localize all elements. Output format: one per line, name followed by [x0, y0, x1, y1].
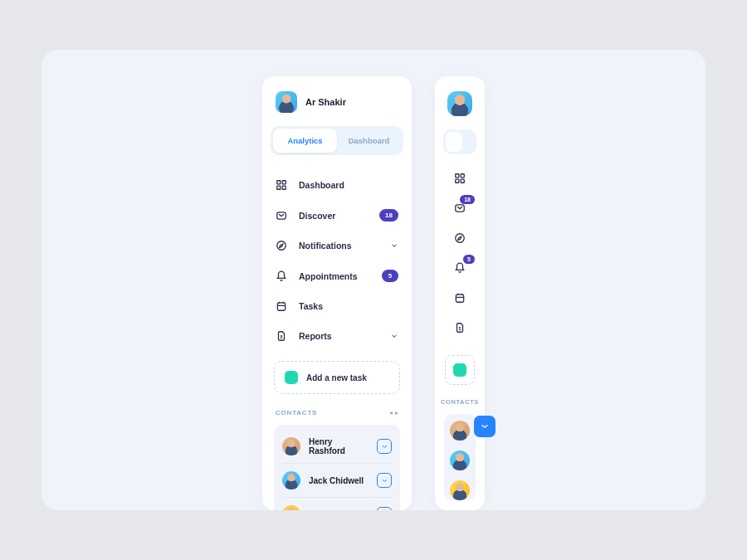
- add-task-icon: [285, 371, 298, 384]
- svg-rect-13: [456, 295, 463, 302]
- profile[interactable]: Ar Shakir: [262, 91, 412, 126]
- svg-rect-3: [282, 186, 286, 189]
- chevron-left-icon: ◂: [389, 409, 393, 416]
- grid-icon: [454, 173, 466, 184]
- contact-item[interactable]: Henry Rashford: [282, 430, 392, 464]
- document-icon: [276, 330, 287, 342]
- contact-message-button[interactable]: [377, 473, 392, 488]
- svg-rect-8: [461, 174, 464, 178]
- contacts-list: [444, 414, 476, 500]
- nav-tasks[interactable]: [454, 292, 466, 304]
- mail-icon: [480, 421, 490, 431]
- canvas: Ar Shakir Analytics Dashboard Dashboard …: [42, 50, 706, 510]
- tab-dashboard[interactable]: Dashboard: [337, 129, 401, 153]
- contacts-pager[interactable]: ◂ ▸: [389, 409, 398, 416]
- nav-discover[interactable]: Discover 18: [276, 200, 398, 231]
- chevron-down-icon: [390, 332, 398, 340]
- contact-item[interactable]: Jack Chidwell: [282, 464, 392, 498]
- nav-reports[interactable]: [454, 322, 466, 334]
- nav-label: Discover: [299, 211, 368, 221]
- nav-dashboard[interactable]: [454, 173, 466, 184]
- bell-icon: [276, 270, 287, 282]
- avatar: [447, 91, 472, 116]
- nav-label: Tasks: [299, 301, 398, 311]
- tab-analytics[interactable]: Analytics: [273, 129, 337, 153]
- add-task-label: Add a new task: [306, 373, 367, 382]
- compass-icon: [454, 232, 466, 244]
- discover-badge: 18: [379, 209, 398, 222]
- nav-label: Dashboard: [299, 180, 398, 190]
- contact-message-button[interactable]: [377, 507, 392, 510]
- contact-avatar: [282, 505, 300, 510]
- calendar-icon: [454, 292, 466, 304]
- nav-appointments[interactable]: 5: [454, 262, 466, 274]
- sidebar-collapsed: 18 5 CONTACTS: [435, 76, 485, 510]
- document-icon: [454, 322, 466, 334]
- svg-rect-6: [277, 303, 285, 310]
- nav-tasks[interactable]: Tasks: [276, 291, 398, 321]
- svg-rect-10: [461, 179, 464, 183]
- nav-reports[interactable]: Reports: [276, 321, 398, 351]
- contact-avatar[interactable]: [450, 450, 470, 470]
- contact-name: Marie Jones: [309, 510, 369, 511]
- inbox-icon: [276, 210, 287, 222]
- nav-label: Notifications: [299, 241, 378, 251]
- nav-label: Reports: [299, 331, 378, 341]
- bell-icon: [454, 262, 466, 274]
- profile[interactable]: [435, 91, 485, 129]
- inbox-icon: [454, 202, 466, 214]
- nav: 18 5: [435, 169, 485, 342]
- contact-avatar[interactable]: [450, 480, 470, 500]
- nav-appointments[interactable]: Appointments 5: [276, 261, 398, 291]
- tabs: Analytics Dashboard: [271, 126, 403, 155]
- contact-avatar: [450, 421, 470, 441]
- contact-name: Henry Rashford: [309, 437, 369, 455]
- contact-avatar: [282, 471, 300, 489]
- contacts-title: CONTACTS: [435, 398, 485, 414]
- nav-dashboard[interactable]: Dashboard: [276, 170, 398, 200]
- contact-message-button[interactable]: [377, 439, 392, 454]
- add-task-button[interactable]: Add a new task: [274, 361, 400, 394]
- svg-point-12: [456, 234, 465, 243]
- appointments-badge: 5: [382, 270, 398, 282]
- contact-message-button[interactable]: [474, 416, 496, 437]
- contact-name: Jack Chidwell: [309, 476, 369, 485]
- nav-notifications[interactable]: [454, 232, 466, 244]
- tabs-collapsed[interactable]: [443, 129, 476, 154]
- nav-discover[interactable]: 18: [454, 202, 466, 214]
- tab-active-indicator: [446, 132, 462, 152]
- svg-point-5: [277, 241, 286, 251]
- username: Ar Shakir: [305, 97, 346, 107]
- nav-label: Appointments: [299, 271, 370, 281]
- sidebar-expanded: Ar Shakir Analytics Dashboard Dashboard …: [262, 76, 412, 510]
- contacts-list: Henry Rashford Jack Chidwell Marie Jones: [274, 425, 400, 510]
- svg-rect-0: [277, 181, 281, 184]
- chevron-down-icon: [390, 241, 398, 250]
- svg-rect-1: [282, 181, 286, 184]
- nav-notifications[interactable]: Notifications: [276, 231, 398, 261]
- chevron-right-icon: ▸: [395, 409, 398, 416]
- add-task-button[interactable]: [445, 355, 475, 385]
- svg-rect-9: [456, 179, 459, 183]
- avatar: [276, 91, 297, 113]
- nav: Dashboard Discover 18 Notifications Appo…: [262, 170, 412, 351]
- compass-icon: [276, 240, 287, 251]
- contact-avatar: [282, 437, 300, 455]
- discover-badge: 18: [460, 195, 475, 204]
- contacts-title: CONTACTS: [276, 409, 317, 416]
- calendar-icon: [276, 300, 287, 312]
- svg-rect-7: [456, 174, 459, 178]
- mail-icon: [381, 477, 388, 485]
- svg-rect-2: [277, 186, 281, 189]
- add-task-icon: [453, 363, 466, 377]
- contact-item[interactable]: [444, 421, 476, 441]
- contacts-header: CONTACTS ◂ ▸: [262, 409, 412, 425]
- mail-icon: [381, 443, 388, 450]
- appointments-badge: 5: [463, 255, 475, 264]
- contact-item[interactable]: Marie Jones: [282, 498, 392, 510]
- grid-icon: [276, 179, 287, 191]
